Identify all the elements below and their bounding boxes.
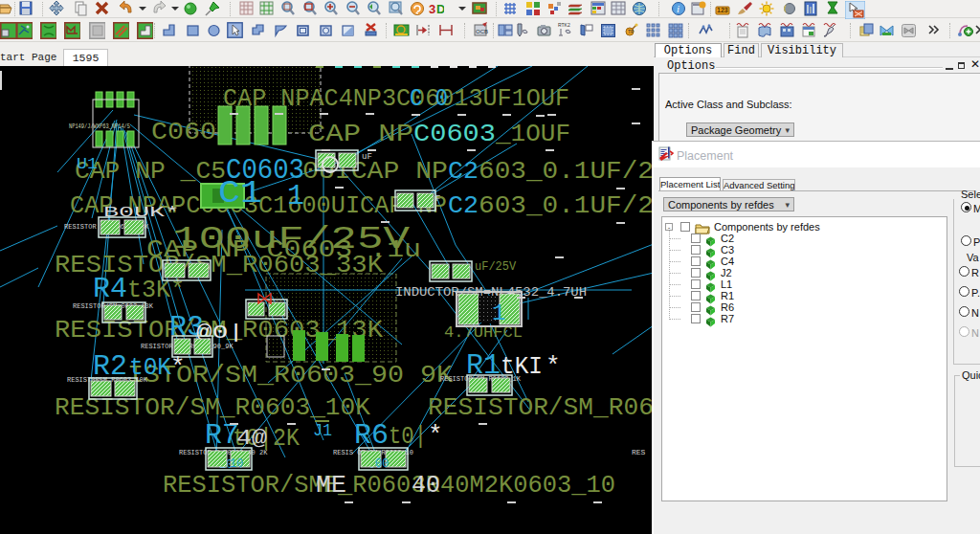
svg-text:RES: RES [632,448,646,456]
svg-text:uF/25V: uF/25V [475,260,517,274]
svg-text:RTK2: RTK2 [558,22,570,28]
svg-text:RESISTOR/SM_R0603_10K: RESISTOR/SM_R0603_10K [55,393,370,422]
svg-text:OCB: OCB [476,29,488,34]
svg-text:C1: C1 [218,175,262,211]
svg-text:C2: C2 [448,191,479,220]
svg-text:R4: R4 [93,274,127,305]
svg-text:R6: R6 [354,420,389,452]
svg-text:1: 1 [287,180,304,212]
svg-text:J1: J1 [313,421,332,440]
svg-text:NP149/J/WXP63_NP14/5: NP149/J/WXP63_NP14/5 [69,122,130,130]
svg-text:RESISTOR/SME_R0603R40M2K0603_1: RESISTOR/SME_R0603R40M2K0603_10 [163,471,615,500]
svg-text:RESISTOR/SM_R06: RESISTOR/SM_R06 [428,393,654,422]
svg-text:ME: ME [316,471,346,500]
svg-text:123: 123 [717,7,728,13]
svg-text:1: 1 [492,300,505,326]
svg-text:3: 3 [429,2,435,16]
svg-text:603_0.1UF/2: 603_0.1UF/2 [479,191,654,220]
svg-text:*: * [546,352,561,381]
svg-text:40: 40 [412,471,440,500]
svg-text:U1: U1 [77,155,98,173]
svg-text:00: 00 [375,457,389,471]
svg-text:CAP NP: CAP NP [308,120,413,148]
svg-text:D: D [436,2,444,16]
svg-text:C 0: C 0 [410,84,448,113]
svg-text:F: F [435,194,440,204]
svg-text:603_0.1UF/2: 603_0.1UF/2 [479,157,654,186]
svg-text:TP: TP [628,29,635,34]
svg-text:uF: uF [362,152,372,162]
svg-text:C2: C2 [448,157,479,186]
svg-text:C060: C060 [151,118,216,146]
svg-text:C0603: C0603 [413,120,496,148]
svg-text:*: * [428,421,443,450]
svg-text:i: i [677,3,679,14]
svg-text:_1OUF: _1OUF [495,120,570,148]
svg-text:t0|: t0| [389,422,427,451]
svg-text:10: 10 [230,457,243,471]
